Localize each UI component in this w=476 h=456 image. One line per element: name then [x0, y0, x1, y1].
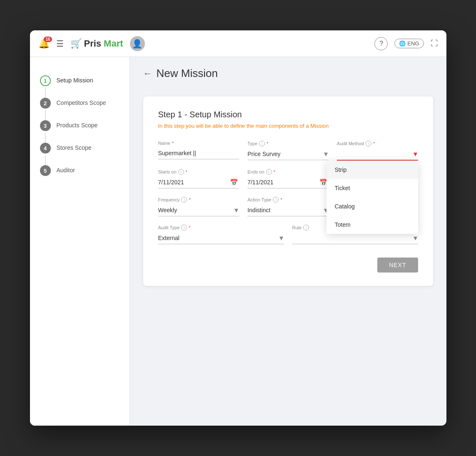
sidebar-label-stores: Stores Scope	[57, 143, 92, 151]
action-type-required: *	[280, 197, 282, 202]
header-right: ? 🌐 ENG ⛶	[374, 37, 438, 50]
brand-mart: Mart	[104, 38, 123, 49]
back-arrow[interactable]: ←	[143, 68, 152, 79]
frequency-info-icon: i	[181, 197, 187, 203]
ends-on-label: Ends on i *	[247, 169, 329, 175]
frequency-required: *	[189, 197, 190, 202]
button-row: NEXT	[158, 258, 418, 273]
starts-on-wrapper: 📅	[158, 176, 239, 188]
next-button[interactable]: NEXT	[377, 258, 418, 273]
help-button[interactable]: ?	[374, 37, 388, 50]
notification-button[interactable]: 🔔 16	[38, 38, 50, 49]
audit-method-dropdown: Strip Ticket Catalog Totem	[326, 161, 418, 234]
sidebar-item-competitors-scope[interactable]: 2 Competitors Scope	[30, 92, 130, 114]
ends-on-wrapper: 📅	[247, 176, 329, 188]
ends-on-field-group: Ends on i * 📅	[247, 169, 329, 188]
step-circle-3: 3	[40, 120, 51, 131]
notification-badge: 16	[44, 37, 52, 42]
ends-on-input[interactable]	[247, 176, 329, 188]
step-title: Step 1 - Setup Mission	[158, 110, 418, 119]
action-type-label: Action Type i *	[247, 197, 329, 203]
header: 🔔 16 ☰ 🛒 PrisMart 👤 ? 🌐 ENG ⛶	[30, 30, 446, 57]
globe-icon: 🌐	[399, 40, 406, 47]
step-circle-2: 2	[40, 98, 51, 109]
frequency-field-group: Frequency i * Weekly ▾	[158, 197, 239, 216]
sidebar-item-setup-mission[interactable]: 1 Setup Mission	[30, 69, 130, 92]
language-button[interactable]: 🌐 ENG	[394, 39, 424, 48]
type-select[interactable]: Price Survey	[247, 148, 329, 160]
audit-method-label: Audit Method i *	[337, 141, 418, 146]
starts-on-field-group: Starts on i * 📅	[158, 169, 239, 188]
audit-type-label: Audit Type i *	[158, 225, 284, 230]
header-left: 🔔 16 ☰ 🛒 PrisMart 👤	[38, 36, 368, 51]
sidebar-label-competitors: Competitors Scope	[57, 98, 106, 107]
main-content: ← New Mission Step 1 - Setup Mission In …	[130, 57, 446, 426]
rule-select-wrapper: ▾	[292, 232, 418, 244]
action-type-select[interactable]: Indistinct	[247, 204, 329, 216]
action-type-select-wrapper: Indistinct ▾	[247, 204, 329, 216]
frequency-label: Frequency i *	[158, 197, 239, 203]
audit-type-select[interactable]: External	[158, 232, 284, 244]
name-required: *	[172, 141, 174, 146]
audit-method-field-group: Audit Method i * ▾	[337, 141, 418, 161]
step-subtitle: In this step you will be able to define …	[158, 123, 418, 129]
type-label: Type i *	[247, 141, 329, 146]
sidebar-label-setup: Setup Mission	[57, 75, 93, 84]
avatar: 👤	[130, 36, 145, 51]
audit-type-required: *	[189, 225, 190, 230]
content-area: Step 1 - Setup Mission In this step you …	[130, 90, 446, 426]
name-field-group: Name *	[158, 141, 239, 161]
step-circle-5: 5	[40, 165, 51, 176]
audit-type-field-group: Audit Type i * External ▾	[158, 225, 284, 244]
frequency-select[interactable]: Weekly	[158, 204, 239, 216]
fullscreen-button[interactable]: ⛶	[431, 39, 438, 48]
action-type-field-group: Action Type i * Indistinct ▾	[247, 197, 329, 216]
type-select-wrapper: Price Survey ▾	[247, 148, 329, 160]
lang-label: ENG	[407, 40, 419, 47]
sidebar-label-auditor: Auditor	[57, 165, 75, 174]
audit-method-info-icon: i	[366, 141, 371, 146]
starts-on-required: *	[186, 169, 187, 174]
audit-type-select-wrapper: External ▾	[158, 232, 284, 244]
step-circle-4: 4	[40, 143, 51, 154]
sidebar-item-products-scope[interactable]: 3 Products Scope	[30, 114, 130, 137]
body: 1 Setup Mission 2 Competitors Scope 3 Pr…	[30, 57, 446, 426]
starts-on-info-icon: i	[178, 169, 184, 175]
frequency-select-wrapper: Weekly ▾	[158, 204, 239, 216]
name-label: Name *	[158, 141, 239, 146]
audit-option-totem[interactable]: Totem	[326, 216, 418, 234]
form-row-1: Name * Type i *	[158, 141, 418, 161]
audit-option-ticket[interactable]: Ticket	[326, 179, 418, 197]
setup-mission-card: Step 1 - Setup Mission In this step you …	[143, 97, 433, 286]
sidebar-item-auditor[interactable]: 5 Auditor	[30, 159, 130, 182]
type-required: *	[267, 141, 268, 146]
ends-on-info-icon: i	[266, 169, 272, 175]
name-input[interactable]	[158, 147, 239, 159]
ends-on-required: *	[274, 169, 275, 174]
sidebar-label-products: Products Scope	[57, 120, 98, 129]
sidebar: 1 Setup Mission 2 Competitors Scope 3 Pr…	[30, 57, 130, 426]
app-window: 🔔 16 ☰ 🛒 PrisMart 👤 ? 🌐 ENG ⛶ 1	[30, 30, 446, 426]
page-title: New Mission	[157, 67, 218, 80]
action-type-info-icon: i	[273, 197, 279, 203]
rule-select[interactable]	[292, 232, 418, 244]
starts-on-calendar-icon: 📅	[230, 178, 238, 186]
audit-method-required: *	[373, 141, 375, 146]
audit-method-wrapper: ▾	[337, 148, 418, 161]
brand-logo: 🛒 PrisMart	[70, 38, 123, 49]
starts-on-label: Starts on i *	[158, 169, 239, 175]
brand-pris: Pris	[84, 38, 102, 49]
type-field-group: Type i * Price Survey ▾	[247, 141, 329, 161]
audit-option-strip[interactable]: Strip	[326, 161, 418, 179]
rule-info-icon: i	[303, 225, 309, 230]
audit-option-catalog[interactable]: Catalog	[326, 197, 418, 216]
menu-button[interactable]: ☰	[56, 39, 64, 49]
cart-icon: 🛒	[70, 38, 82, 49]
sidebar-item-stores-scope[interactable]: 4 Stores Scope	[30, 137, 130, 159]
audit-method-select[interactable]	[337, 148, 418, 160]
starts-on-input[interactable]	[158, 176, 239, 188]
step-circle-1: 1	[40, 75, 51, 86]
audit-type-info-icon: i	[181, 225, 187, 230]
type-info-icon: i	[259, 141, 265, 146]
page-header: ← New Mission	[130, 57, 446, 90]
